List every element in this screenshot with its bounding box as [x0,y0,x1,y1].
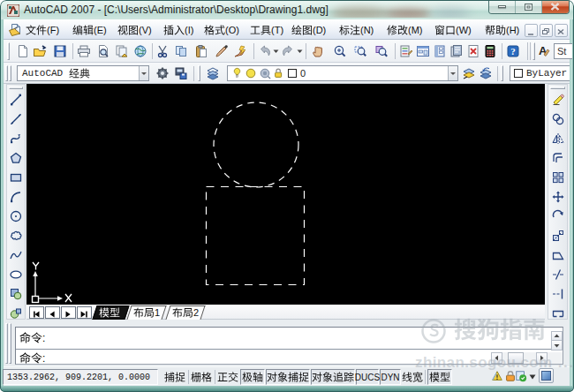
svg-text:?: ? [510,46,516,57]
